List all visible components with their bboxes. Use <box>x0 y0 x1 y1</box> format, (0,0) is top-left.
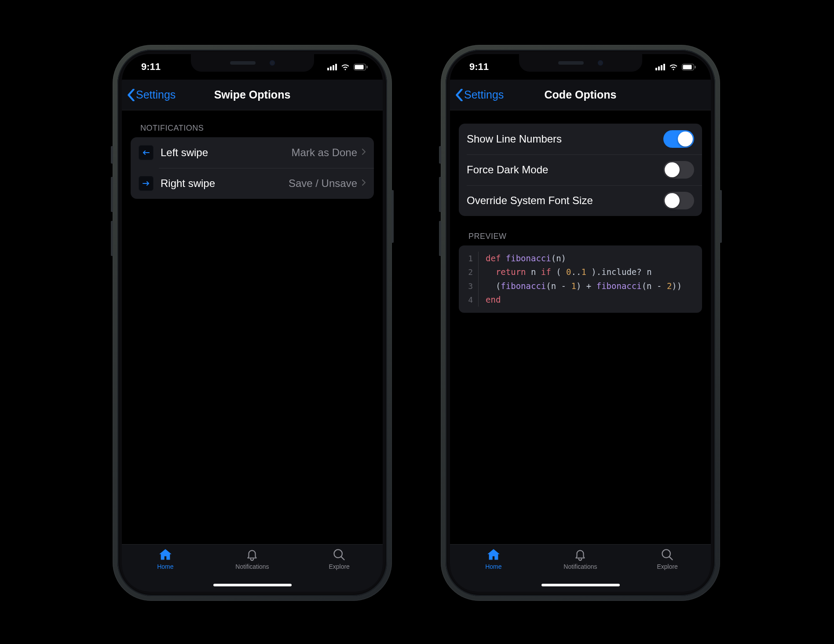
notch <box>191 54 314 72</box>
svg-rect-1 <box>355 65 364 69</box>
search-icon <box>660 548 675 561</box>
svg-line-6 <box>341 557 344 560</box>
wifi-icon <box>340 63 350 70</box>
back-label: Settings <box>464 88 504 101</box>
battery-icon <box>354 64 368 70</box>
tab-notifications[interactable]: Notifications <box>226 548 278 570</box>
toggle-label: Override System Font Size <box>467 194 663 207</box>
tab-notifications[interactable]: Notifications <box>554 548 607 570</box>
phone-frame-left: 9:11 Settings Swipe Options NOTIFI <box>113 45 392 601</box>
line-number: 3 <box>463 279 473 293</box>
tab-explore[interactable]: Explore <box>313 548 366 570</box>
phone-frame-right: 9:11 Settings Code Options <box>441 45 720 601</box>
back-button[interactable]: Settings <box>127 88 176 101</box>
nav-bar: Settings Swipe Options <box>122 80 383 110</box>
wifi-icon <box>669 63 678 70</box>
battery-icon <box>682 64 696 70</box>
tab-home[interactable]: Home <box>139 548 192 570</box>
toggle-show-line-numbers[interactable] <box>663 130 694 148</box>
tab-label: Explore <box>329 563 349 570</box>
svg-line-11 <box>669 557 673 560</box>
tab-bar: Home Notifications Explore <box>450 544 711 592</box>
back-label: Settings <box>136 88 176 101</box>
tab-label: Notifications <box>563 563 597 570</box>
toggle-force-dark-mode[interactable] <box>663 161 694 179</box>
line-number: 4 <box>463 293 473 307</box>
svg-rect-8 <box>683 65 692 69</box>
cellular-icon <box>655 63 665 70</box>
code-preview: 1 def fibonacci(n) 2 return n if ( 0..1 … <box>459 245 702 313</box>
tab-bar: Home Notifications Explore <box>122 544 383 592</box>
svg-rect-2 <box>367 66 368 68</box>
section-header-notifications: NOTIFICATIONS <box>131 124 374 137</box>
row-value: Save / Unsave <box>289 177 357 190</box>
svg-rect-9 <box>695 66 696 68</box>
toggle-label: Force Dark Mode <box>467 164 663 176</box>
home-indicator[interactable] <box>213 584 292 586</box>
code-line: 1 def fibonacci(n) <box>463 252 696 265</box>
tab-label: Home <box>157 563 173 570</box>
chevron-left-icon <box>127 89 135 101</box>
toggle-label: Show Line Numbers <box>467 133 663 145</box>
swipe-options-list: Left swipe Mark as Done Right swipe S <box>131 137 374 199</box>
toggle-override-font-size[interactable] <box>663 192 694 209</box>
row-show-line-numbers: Show Line Numbers <box>459 124 702 154</box>
home-icon <box>486 548 501 561</box>
page-title: Code Options <box>545 88 617 101</box>
row-override-font-size: Override System Font Size <box>459 185 702 216</box>
bell-icon <box>573 548 588 561</box>
code-line: 4 end <box>463 293 696 307</box>
row-label: Right swipe <box>161 177 289 190</box>
chevron-left-icon <box>455 89 463 101</box>
arrow-left-icon <box>139 145 154 160</box>
chevron-right-icon <box>362 179 366 188</box>
row-label: Left swipe <box>161 146 292 159</box>
home-icon <box>158 548 173 561</box>
home-indicator[interactable] <box>541 584 620 586</box>
tab-label: Explore <box>657 563 677 570</box>
row-left-swipe[interactable]: Left swipe Mark as Done <box>131 137 374 168</box>
back-button[interactable]: Settings <box>455 88 504 101</box>
row-force-dark-mode: Force Dark Mode <box>459 154 702 185</box>
line-number: 2 <box>463 265 473 279</box>
line-number: 1 <box>463 252 473 265</box>
code-line: 2 return n if ( 0..1 ).include? n <box>463 265 696 279</box>
status-time: 9:11 <box>141 61 161 73</box>
nav-bar: Settings Code Options <box>450 80 711 110</box>
search-icon <box>332 548 347 561</box>
tab-home[interactable]: Home <box>467 548 520 570</box>
bell-icon <box>245 548 260 561</box>
row-right-swipe[interactable]: Right swipe Save / Unsave <box>131 168 374 199</box>
tab-label: Notifications <box>235 563 269 570</box>
code-options-list: Show Line Numbers Force Dark Mode Overri… <box>459 124 702 216</box>
notch <box>519 54 642 72</box>
status-time: 9:11 <box>469 61 489 73</box>
page-title: Swipe Options <box>214 88 291 101</box>
tab-label: Home <box>485 563 501 570</box>
arrow-right-icon <box>139 176 154 191</box>
row-value: Mark as Done <box>292 146 357 159</box>
chevron-right-icon <box>362 148 366 157</box>
section-header-preview: PREVIEW <box>459 232 702 245</box>
cellular-icon <box>327 63 337 70</box>
tab-explore[interactable]: Explore <box>641 548 694 570</box>
code-line: 3 (fibonacci(n - 1) + fibonacci(n - 2)) <box>463 279 696 293</box>
